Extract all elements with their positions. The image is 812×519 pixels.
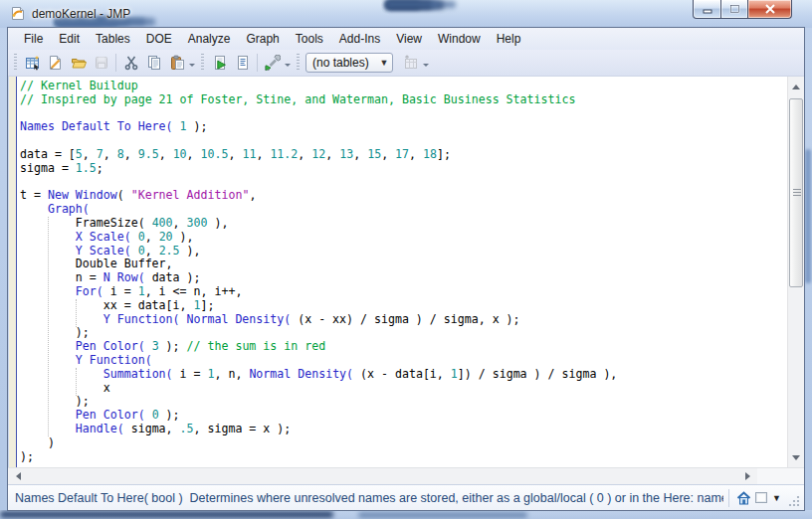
paste-icon [169, 55, 185, 71]
code-line: ); [20, 326, 787, 340]
menu-edit[interactable]: Edit [51, 29, 88, 49]
hscroll-row [8, 467, 804, 484]
minimize-button[interactable] [693, 0, 721, 19]
scroll-right-button[interactable] [739, 468, 755, 484]
scroll-left-button[interactable] [10, 468, 26, 484]
menu-tables[interactable]: Tables [88, 29, 138, 49]
menu-file[interactable]: File [16, 29, 51, 49]
toolbar: (no tables) ▼ [8, 50, 804, 77]
code-line [20, 107, 787, 121]
toolbar-overflow-icon[interactable] [188, 52, 197, 74]
cut-button[interactable] [119, 52, 142, 74]
menu-doe[interactable]: DOE [138, 29, 180, 49]
menu-tools[interactable]: Tools [288, 29, 331, 49]
horizontal-scrollbar[interactable] [8, 468, 757, 484]
toolbar-grip[interactable] [14, 54, 17, 72]
show-data-table-button[interactable] [399, 52, 422, 74]
chevron-down-icon: ▼ [376, 58, 392, 68]
maximize-icon [729, 4, 740, 14]
window-frame-left [0, 28, 8, 510]
code-line: data = [5, 7, 8, 9.5, 10, 10.5, 11, 11.2… [20, 148, 787, 162]
scrollbar-corner [757, 468, 804, 484]
window-frame-bottom [0, 510, 812, 519]
close-button[interactable] [747, 0, 792, 19]
title-bar[interactable]: demoKernel - JMP [0, 0, 812, 28]
code-line [20, 134, 787, 148]
menu-help[interactable]: Help [489, 29, 529, 49]
resize-grip[interactable] [787, 494, 801, 508]
code-line: ) [20, 436, 787, 450]
show-data-table-icon [403, 55, 419, 71]
run-script-button[interactable] [208, 52, 231, 74]
new-data-table-button[interactable] [21, 52, 44, 74]
jmp-window: demoKernel - JMP FileEditTablesDOEAnalyz… [0, 0, 812, 519]
copy-button[interactable] [142, 52, 165, 74]
vertical-scrollbar[interactable] [787, 77, 804, 467]
code-line: Handle( sigma, .5, sigma = x ); [20, 423, 787, 436]
code-line: t = New Window( "Kernel Addition", [20, 189, 787, 203]
menu-analyze[interactable]: Analyze [180, 29, 239, 49]
status-bar: Names Default To Here( bool ) Determines… [8, 484, 804, 510]
window-list-button[interactable] [752, 489, 770, 507]
paste-button[interactable] [165, 52, 188, 74]
menu-window[interactable]: Window [430, 29, 489, 49]
code-line: X Scale( 0, 20 ), [20, 231, 787, 245]
script-editor: // Kernel Buildup// Inspired by page 21 … [8, 77, 804, 467]
new-script-button[interactable] [44, 52, 67, 74]
window-list-icon [755, 492, 767, 503]
scroll-down-button[interactable] [788, 449, 804, 465]
code-line: FrameSize( 400, 300 ), [20, 217, 787, 231]
indent-guide [76, 299, 77, 327]
run-script-icon [212, 55, 228, 71]
code-line: Summation( i = 1, n, Normal Density( (x … [20, 368, 787, 382]
code-line: Double Buffer, [20, 258, 787, 271]
status-hint-text: Names Default To Here( bool ) Determines… [8, 491, 723, 505]
code-line: n = N Row( data ); [20, 271, 787, 285]
copy-icon [146, 55, 162, 71]
code-line: Y Function( Normal Density( (x - xx) / s… [20, 313, 787, 327]
close-icon [764, 4, 776, 14]
toolbar-grip[interactable] [297, 54, 300, 72]
minimize-icon [703, 5, 712, 14]
code-line [20, 176, 787, 190]
code-line: For( i = 1, i <= n, i++, [20, 285, 787, 299]
code-line: Names Default To Here( 1 ); [20, 120, 787, 134]
jmp-script-icon[interactable] [9, 5, 27, 22]
editor-gutter [9, 77, 17, 467]
code-line: xx = data[i, 1]; [20, 299, 787, 313]
triangle-right-icon [745, 472, 754, 480]
toolbar-separator [257, 54, 258, 72]
window-frame-right [804, 28, 812, 510]
code-area[interactable]: // Kernel Buildup// Inspired by page 21 … [17, 77, 787, 467]
home-window-button[interactable] [734, 489, 752, 507]
status-separator [728, 489, 729, 507]
code-lines: // Kernel Buildup// Inspired by page 21 … [20, 80, 787, 463]
vertical-scroll-thumb[interactable] [789, 98, 803, 287]
toolbar-overflow-icon[interactable] [284, 52, 293, 74]
scroll-up-button[interactable] [788, 79, 804, 94]
code-line: x [20, 382, 787, 396]
home-icon [736, 491, 751, 505]
maximize-button[interactable] [720, 0, 748, 19]
code-line: sigma = 1.5; [20, 162, 787, 176]
code-line: Graph( [20, 203, 787, 217]
menu-view[interactable]: View [388, 29, 430, 49]
client-area: FileEditTablesDOEAnalyzeGraphToolsAdd-In… [8, 28, 804, 510]
toolbar-grip[interactable] [201, 54, 204, 72]
open-button[interactable] [67, 52, 90, 74]
toolbar-separator [115, 54, 116, 72]
thumb-grip-icon [793, 189, 801, 197]
code-line: Y Function( [20, 354, 787, 368]
cut-icon [123, 55, 139, 71]
code-line: Pen Color( 3 ); // the sum is in red [20, 340, 787, 354]
tables-dropdown[interactable]: (no tables) ▼ [305, 53, 393, 73]
status-dropdown-button[interactable]: ▼ [770, 493, 787, 503]
toolbar-overflow-icon[interactable] [422, 52, 431, 74]
script-window-icon [235, 55, 251, 71]
wrench-icon [265, 55, 281, 71]
debug-tools-button[interactable] [261, 52, 284, 74]
save-button[interactable] [90, 52, 112, 74]
menu-addins[interactable]: Add-Ins [331, 29, 388, 49]
menu-graph[interactable]: Graph [238, 29, 287, 49]
script-window-button[interactable] [231, 52, 254, 74]
